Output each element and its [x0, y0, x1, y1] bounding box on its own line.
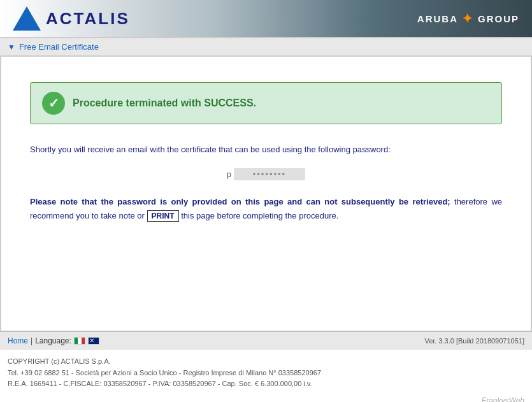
watermark-text: FrankysWeb: [482, 396, 524, 402]
password-prefix: p: [227, 169, 231, 179]
success-box: Procedure terminated with SUCCESS.: [30, 82, 502, 124]
success-checkmark-icon: [42, 92, 65, 115]
print-button[interactable]: PRINT: [147, 210, 179, 222]
success-message: Procedure terminated with SUCCESS.: [73, 97, 256, 109]
password-line: p ••••••••: [30, 169, 502, 179]
aruba-logo: ARUBA ✦ GROUP: [417, 11, 519, 26]
note-end: this page before completing the procedur…: [181, 211, 338, 220]
main-content: Procedure terminated with SUCCESS. Short…: [1, 57, 531, 331]
logo-triangle-icon: [13, 6, 41, 31]
logo-actalis-text: ACTALIS: [46, 9, 130, 29]
version-text: Ver. 3.3.0 [Build 201809071051]: [424, 337, 524, 345]
watermark: FrankysWeb: [0, 393, 532, 402]
footer-nav-left: Home | Language:: [8, 336, 99, 345]
copyright-line1: COPYRIGHT (c) ACTALIS S.p.A.: [8, 356, 524, 368]
aruba-star-icon: ✦: [462, 11, 474, 26]
note-bold: Please note that the password is only pr…: [30, 197, 450, 206]
body-section: Shortly you will receive an email with t…: [30, 143, 502, 223]
breadcrumb-bar: ▼ Free Email Certificate: [0, 38, 532, 56]
page-header: ACTALIS ARUBA ✦ GROUP: [0, 0, 532, 38]
description-text: Shortly you will receive an email with t…: [30, 143, 502, 157]
copyright-line3: R.E.A. 1669411 - C.FISCALE: 03358520967 …: [8, 378, 524, 390]
password-masked: ••••••••: [234, 168, 305, 180]
footer-copyright: COPYRIGHT (c) ACTALIS S.p.A. Tel. +39 02…: [0, 350, 532, 393]
footer-nav: Home | Language: Ver. 3.3.0 [Build 20180…: [0, 331, 532, 350]
flag-english-icon[interactable]: [88, 337, 99, 345]
footer-separator: |: [31, 336, 32, 345]
language-label: Language:: [35, 336, 71, 345]
main-wrapper: Procedure terminated with SUCCESS. Short…: [0, 56, 532, 331]
home-link[interactable]: Home: [8, 336, 28, 345]
actalis-logo: ACTALIS: [13, 6, 130, 31]
note-text: Please note that the password is only pr…: [30, 195, 502, 223]
breadcrumb-arrow-icon: ▼: [8, 43, 15, 52]
copyright-line2: Tel. +39 02 6882 51 - Società per Azioni…: [8, 368, 524, 379]
flag-italy-icon[interactable]: [74, 337, 85, 345]
group-label: GROUP: [478, 13, 519, 24]
breadcrumb-link[interactable]: Free Email Certificate: [19, 42, 99, 52]
aruba-label: ARUBA: [417, 13, 458, 24]
